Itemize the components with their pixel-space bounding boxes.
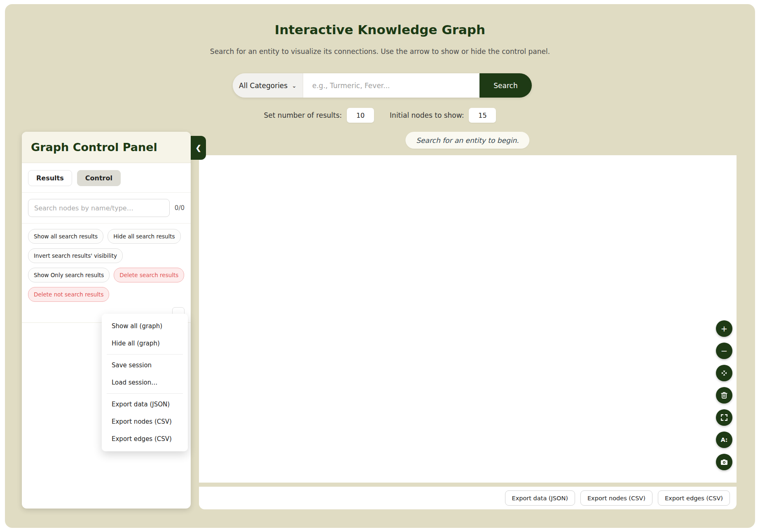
show-only-results-button[interactable]: Show Only search results (28, 268, 110, 282)
results-count-label: Set number of results: (264, 111, 342, 119)
settings-row: Set number of results: Initial nodes to … (0, 108, 760, 123)
delete-not-results-button[interactable]: Delete not search results (28, 287, 109, 302)
labels-icon: A: (721, 437, 728, 443)
fit-view-icon (720, 369, 729, 378)
panel-header: Graph Control Panel (22, 132, 191, 163)
menu-item-export-nodes-csv[interactable]: Export nodes (CSV) (102, 413, 188, 430)
page-title: Interactive Knowledge Graph (0, 22, 760, 37)
toggle-labels-button[interactable]: A: (716, 432, 732, 448)
camera-icon (720, 457, 729, 467)
plus-icon: + (721, 324, 728, 333)
zoom-out-button[interactable]: − (716, 343, 732, 359)
fit-view-button[interactable] (716, 365, 732, 381)
initial-nodes-label: Initial nodes to show: (390, 111, 464, 119)
menu-divider (107, 354, 183, 355)
canvas-footer: Export data (JSON) Export nodes (CSV) Ex… (199, 487, 737, 509)
search-button[interactable]: Search (479, 73, 532, 98)
chevron-down-icon: ⌄ (292, 82, 297, 89)
status-message: Search for an entity to begin. (405, 132, 529, 149)
panel-tabs: Results Control (22, 163, 191, 193)
initial-nodes-input[interactable] (469, 108, 496, 123)
more-options-menu: Show all (graph) Hide all (graph) Save s… (102, 314, 188, 451)
tab-control[interactable]: Control (77, 170, 121, 186)
fullscreen-button[interactable] (716, 409, 732, 426)
menu-item-save-session[interactable]: Save session (102, 357, 188, 374)
menu-item-export-edges-csv[interactable]: Export edges (CSV) (102, 430, 188, 448)
category-select[interactable]: All Categories ⌄ (233, 73, 303, 98)
menu-divider (107, 393, 183, 394)
menu-item-show-all-graph[interactable]: Show all (graph) (102, 317, 188, 335)
category-select-value: All Categories (239, 82, 288, 90)
zoom-in-button[interactable]: + (716, 320, 732, 337)
export-data-json-button[interactable]: Export data (JSON) (505, 490, 575, 506)
minus-icon: − (721, 347, 728, 355)
node-search-row: 0/0 (22, 193, 191, 224)
panel-title: Graph Control Panel (31, 141, 157, 154)
fullscreen-icon (720, 413, 729, 422)
panel-actions: Show all search results Hide all search … (22, 224, 191, 302)
screenshot-button[interactable] (716, 454, 732, 470)
page-subtitle: Search for an entity to visualize its co… (0, 47, 760, 56)
invert-results-visibility-button[interactable]: Invert search results' visibility (28, 248, 123, 263)
menu-item-load-session[interactable]: Load session… (102, 374, 188, 391)
delete-results-button[interactable]: Delete search results (114, 268, 184, 282)
export-nodes-csv-button[interactable]: Export nodes (CSV) (580, 490, 652, 506)
trash-icon (720, 391, 729, 400)
node-search-input[interactable] (28, 199, 170, 217)
hide-all-results-button[interactable]: Hide all search results (108, 229, 181, 244)
delete-button[interactable] (716, 387, 732, 404)
results-count-input[interactable] (347, 108, 374, 123)
panel-collapse-button[interactable]: ❮ (191, 136, 206, 160)
entity-search-input[interactable] (303, 73, 479, 98)
export-edges-csv-button[interactable]: Export edges (CSV) (658, 490, 730, 506)
menu-item-hide-all-graph[interactable]: Hide all (graph) (102, 335, 188, 352)
canvas-toolbar: + − (716, 320, 732, 470)
graph-canvas[interactable] (199, 155, 737, 483)
collapse-left-icon: ❮ (195, 144, 201, 152)
tab-results[interactable]: Results (28, 170, 72, 186)
node-search-counter: 0/0 (175, 204, 185, 212)
entity-search-bar: All Categories ⌄ Search (233, 73, 532, 98)
show-all-results-button[interactable]: Show all search results (28, 229, 103, 244)
menu-item-export-json[interactable]: Export data (JSON) (102, 396, 188, 413)
